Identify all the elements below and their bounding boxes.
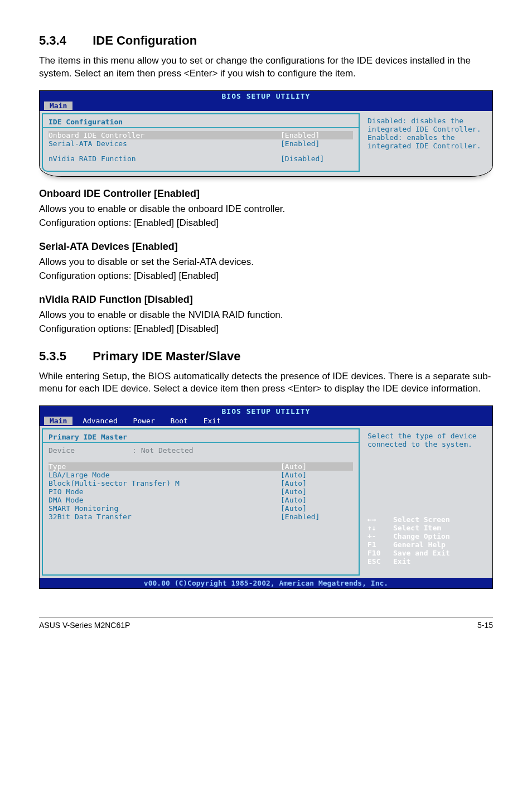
bios-help-pane: Select the type of device connected to t… (362, 428, 490, 576)
bios-option-row[interactable]: PIO Mode [Auto] (49, 487, 353, 496)
bios-left-pane: Primary IDE Master Device : Not Detected… (42, 428, 360, 576)
key-txt: Change Option (393, 532, 450, 540)
key-sym: ESC (367, 557, 393, 566)
option-value: [Auto] (280, 479, 353, 487)
panel-title: Primary IDE Master (49, 433, 353, 441)
key-row: F1General Help (367, 540, 485, 549)
bios-option-row[interactable]: 32Bit Data Transfer [Enabled] (49, 513, 353, 521)
sub-text: Configuration options: [Enabled] [Disabl… (39, 217, 493, 230)
section-title-text: Primary IDE Master/Slave (93, 349, 240, 363)
spacer (49, 163, 353, 167)
sub-text: Configuration options: [Enabled] [Disabl… (39, 323, 493, 336)
key-sym: F1 (367, 540, 393, 549)
key-sym: +- (367, 532, 393, 540)
option-value: [Auto] (280, 471, 353, 479)
sub-text: Configuration options: [Disabled] [Enabl… (39, 270, 493, 283)
device-value: : Not Detected (132, 446, 194, 455)
key-sym: ←→ (367, 515, 393, 524)
bios-help-pane: Disabled: disables the integrated IDE Co… (362, 113, 490, 172)
bios-option-row[interactable]: Onboard IDE Controller [Enabled] (49, 131, 353, 139)
sub-text: Allows you to enable or disable the onbo… (39, 203, 493, 216)
option-label: 32Bit Data Transfer (49, 513, 280, 521)
tab-boot[interactable]: Boot (165, 417, 194, 425)
option-label: Block(Multi-sector Transfer) M (49, 479, 280, 487)
sub-text: Allows you to disable or set the Serial-… (39, 256, 493, 269)
key-row: ←→Select Screen (367, 515, 485, 524)
option-label: Type (49, 462, 280, 471)
tab-exit[interactable]: Exit (198, 417, 226, 425)
key-row: F10Save and Exit (367, 549, 485, 557)
option-label: Onboard IDE Controller (49, 131, 280, 139)
bios-option-row[interactable]: nVidia RAID Function [Disabled] (49, 154, 353, 163)
bios-option-row[interactable]: DMA Mode [Auto] (49, 496, 353, 504)
footer-left: ASUS V-Series M2NC61P (39, 621, 130, 630)
panel-title: IDE Configuration (49, 118, 353, 126)
tab-main[interactable]: Main (44, 417, 72, 425)
tab-advanced[interactable]: Advanced (77, 417, 123, 425)
option-label: LBA/Large Mode (49, 471, 280, 479)
subheading-nvidia-raid: nVidia RAID Function [Disabled] (39, 294, 493, 306)
section-heading-535: 5.3.5 Primary IDE Master/Slave (39, 349, 493, 364)
device-label: Device (49, 446, 132, 455)
bios-title: BIOS SETUP UTILITY (40, 406, 492, 417)
section-heading-534: 5.3.4 IDE Configuration (39, 33, 493, 48)
page-footer: ASUS V-Series M2NC61P 5-15 (39, 617, 493, 630)
help-text: Select the type of device connected to t… (367, 432, 485, 448)
key-txt: Select Screen (393, 515, 450, 524)
bios-option-row[interactable]: LBA/Large Mode [Auto] (49, 471, 353, 479)
section-intro-535: While entering Setup, the BIOS automatic… (39, 370, 493, 396)
option-value: [Disabled] (280, 154, 353, 163)
bios-tabs: Main (40, 102, 492, 111)
option-value: [Auto] (280, 496, 353, 504)
key-row: ESCExit (367, 557, 485, 566)
key-sym: F10 (367, 549, 393, 557)
sub-text: Allows you to enable or disable the NVID… (39, 309, 493, 322)
tab-power[interactable]: Power (128, 417, 161, 425)
option-label: SMART Monitoring (49, 504, 280, 513)
key-sym: ↑↓ (367, 524, 393, 532)
subheading-serial-ata: Serial-ATA Devices [Enabled] (39, 241, 493, 253)
option-label: DMA Mode (49, 496, 280, 504)
bios-footer: v00.00 (C)Copyright 1985-2002, American … (40, 578, 492, 588)
subheading-onboard-ide: Onboard IDE Controller [Enabled] (39, 188, 493, 200)
divider (43, 442, 359, 443)
device-row: Device : Not Detected (49, 446, 353, 455)
bios-left-pane: IDE Configuration Onboard IDE Controller… (42, 113, 360, 172)
key-row: +-Change Option (367, 532, 485, 540)
section-number: 5.3.4 (39, 33, 89, 48)
key-txt: Select Item (393, 524, 441, 532)
footer-right: 5-15 (477, 621, 493, 630)
key-row: ↑↓Select Item (367, 524, 485, 532)
option-label: PIO Mode (49, 487, 280, 496)
option-value: [Enabled] (280, 131, 353, 139)
divider (43, 127, 359, 128)
section-intro-534: The items in this menu allow you to set … (39, 55, 493, 80)
bios-screen-ide-config: BIOS SETUP UTILITY Main IDE Configuratio… (39, 90, 493, 177)
option-value: [Enabled] (280, 513, 353, 521)
bios-screen-primary-ide: BIOS SETUP UTILITY Main Advanced Power B… (39, 405, 493, 589)
spacer (49, 455, 353, 462)
bios-option-row[interactable]: Serial-ATA Devices [Enabled] (49, 139, 353, 148)
option-value: [Enabled] (280, 139, 353, 148)
key-txt: General Help (393, 540, 446, 549)
option-value: [Auto] (280, 487, 353, 496)
bios-option-row[interactable]: SMART Monitoring [Auto] (49, 504, 353, 513)
spacer (49, 521, 353, 571)
option-label: nVidia RAID Function (49, 154, 280, 163)
bios-option-row[interactable]: Block(Multi-sector Transfer) M [Auto] (49, 479, 353, 487)
section-title-text: IDE Configuration (93, 33, 197, 47)
bios-title: BIOS SETUP UTILITY (40, 91, 492, 102)
bios-tabs: Main Advanced Power Boot Exit (40, 417, 492, 426)
spacer (49, 148, 353, 154)
tab-main[interactable]: Main (44, 102, 72, 110)
key-txt: Exit (393, 557, 410, 566)
option-value: [Auto] (280, 504, 353, 513)
option-label: Serial-ATA Devices (49, 139, 280, 148)
help-text: Disabled: disables the integrated IDE Co… (367, 117, 485, 150)
key-txt: Save and Exit (393, 549, 450, 557)
option-value: [Auto] (280, 462, 353, 471)
section-number: 5.3.5 (39, 349, 89, 364)
help-keys: ←→Select Screen ↑↓Select Item +-Change O… (367, 515, 485, 566)
bios-option-row[interactable]: Type [Auto] (49, 462, 353, 471)
